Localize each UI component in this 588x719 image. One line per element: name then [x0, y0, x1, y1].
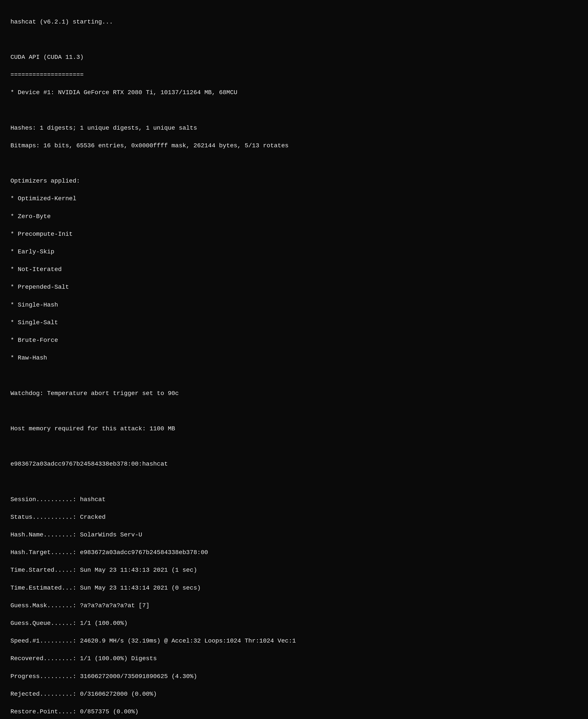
- terminal-line: * Brute-Force: [10, 336, 578, 345]
- terminal-line: Host memory required for this attack: 11…: [10, 425, 578, 433]
- terminal-line: Session..........: hashcat: [10, 495, 578, 504]
- terminal-line: * Precompute-Init: [10, 230, 578, 239]
- terminal-line: * Raw-Hash: [10, 354, 578, 363]
- terminal-line: Optimizers applied:: [10, 177, 578, 186]
- terminal-line: ====================: [10, 70, 578, 80]
- terminal-line: Progress.........: 31606272000/735091890…: [10, 672, 578, 681]
- terminal-line: Bitmaps: 16 bits, 65536 entries, 0x0000f…: [10, 141, 578, 150]
- terminal-line: [10, 159, 578, 168]
- terminal-output: hashcat (v6.2.1) starting... CUDA API (C…: [10, 9, 578, 719]
- terminal-line: * Single-Hash: [10, 301, 578, 310]
- terminal-line: * Single-Salt: [10, 318, 578, 327]
- terminal-line: Hash.Name........: SolarWinds Serv-U: [10, 531, 578, 539]
- terminal-line: Hash.Target......: e983672a03adcc9767b24…: [10, 548, 578, 557]
- terminal-line: * Optimized-Kernel: [10, 194, 578, 203]
- terminal-line: [10, 106, 578, 115]
- terminal-line: [10, 407, 578, 416]
- terminal-line: [10, 371, 578, 380]
- terminal-line: Time.Started.....: Sun May 23 11:43:13 2…: [10, 566, 578, 575]
- terminal-line: [10, 442, 578, 451]
- terminal-line: Recovered........: 1/1 (100.00%) Digests: [10, 654, 578, 663]
- terminal-line: e983672a03adcc9767b24584338eb378:00:hash…: [10, 460, 578, 469]
- terminal-line: Restore.Point....: 0/857375 (0.00%): [10, 707, 578, 716]
- terminal-line: CUDA API (CUDA 11.3): [10, 53, 578, 62]
- terminal-line: Hashes: 1 digests; 1 unique digests, 1 u…: [10, 124, 578, 133]
- terminal-line: [10, 477, 578, 486]
- terminal-line: Guess.Queue......: 1/1 (100.00%): [10, 619, 578, 628]
- terminal-line: Status...........: Cracked: [10, 513, 578, 522]
- terminal-line: * Early-Skip: [10, 247, 578, 256]
- terminal-line: * Not-Iterated: [10, 265, 578, 274]
- terminal-line: [10, 35, 578, 44]
- terminal-line: * Prepended-Salt: [10, 283, 578, 292]
- terminal-line: * Zero-Byte: [10, 212, 578, 221]
- terminal-line: hashcat (v6.2.1) starting...: [10, 18, 578, 26]
- terminal-line: * Device #1: NVIDIA GeForce RTX 2080 Ti,…: [10, 88, 578, 97]
- terminal-line: Rejected.........: 0/31606272000 (0.00%): [10, 690, 578, 699]
- terminal-line: Speed.#1.........: 24620.9 MH/s (32.19ms…: [10, 637, 578, 645]
- terminal-line: Time.Estimated...: Sun May 23 11:43:14 2…: [10, 584, 578, 593]
- terminal-line: Watchdog: Temperature abort trigger set …: [10, 389, 578, 398]
- terminal-line: Guess.Mask.......: ?a?a?a?a?a?a?at [7]: [10, 601, 578, 610]
